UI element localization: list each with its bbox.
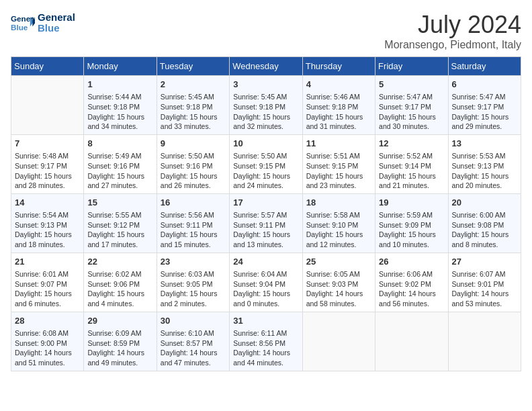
day-number: 8 — [87, 138, 152, 150]
day-number: 9 — [161, 138, 226, 150]
day-cell — [11, 76, 84, 135]
day-cell: 4Sunrise: 5:46 AMSunset: 9:18 PMDaylight… — [302, 76, 375, 135]
day-number: 14 — [15, 197, 80, 209]
day-info: Sunrise: 6:08 AMSunset: 9:00 PMDaylight:… — [15, 328, 80, 368]
day-info: Sunrise: 6:07 AMSunset: 9:01 PMDaylight:… — [452, 269, 517, 309]
day-info: Sunrise: 5:49 AMSunset: 9:16 PMDaylight:… — [87, 151, 152, 191]
logo-line2: Blue — [38, 23, 75, 34]
day-info: Sunrise: 6:11 AMSunset: 8:56 PMDaylight:… — [233, 328, 298, 368]
day-cell: 22Sunrise: 6:02 AMSunset: 9:06 PMDayligh… — [84, 253, 157, 312]
day-number: 1 — [87, 79, 152, 91]
day-info: Sunrise: 6:09 AMSunset: 8:59 PMDaylight:… — [87, 328, 152, 368]
day-number: 21 — [15, 256, 80, 268]
weekday-header-thursday: Thursday — [302, 57, 375, 76]
week-row-5: 28Sunrise: 6:08 AMSunset: 9:00 PMDayligh… — [11, 312, 521, 371]
location-title: Moransengo, Piedmont, Italy — [384, 39, 521, 51]
day-info: Sunrise: 5:59 AMSunset: 9:09 PMDaylight:… — [379, 210, 444, 250]
weekday-header-row: SundayMondayTuesdayWednesdayThursdayFrid… — [11, 57, 521, 76]
day-cell: 5Sunrise: 5:47 AMSunset: 9:17 PMDaylight… — [375, 76, 448, 135]
logo-icon: General Blue — [11, 11, 35, 35]
day-cell: 24Sunrise: 6:04 AMSunset: 9:04 PMDayligh… — [230, 253, 302, 312]
page-header: General Blue General Blue July 2024 Mora… — [11, 11, 521, 51]
day-number: 24 — [233, 256, 298, 268]
day-info: Sunrise: 6:02 AMSunset: 9:06 PMDaylight:… — [87, 269, 152, 309]
day-number: 30 — [161, 315, 226, 327]
weekday-header-tuesday: Tuesday — [157, 57, 229, 76]
day-cell: 30Sunrise: 6:10 AMSunset: 8:57 PMDayligh… — [157, 312, 229, 371]
day-number: 22 — [87, 256, 152, 268]
day-cell: 15Sunrise: 5:55 AMSunset: 9:12 PMDayligh… — [84, 193, 157, 253]
day-info: Sunrise: 5:53 AMSunset: 9:13 PMDaylight:… — [452, 151, 517, 191]
day-info: Sunrise: 5:48 AMSunset: 9:17 PMDaylight:… — [15, 151, 80, 191]
weekday-header-friday: Friday — [375, 57, 448, 76]
day-number: 15 — [87, 197, 152, 209]
day-info: Sunrise: 6:01 AMSunset: 9:07 PMDaylight:… — [15, 269, 80, 309]
day-info: Sunrise: 5:47 AMSunset: 9:17 PMDaylight:… — [452, 92, 517, 132]
weekday-header-sunday: Sunday — [11, 57, 84, 76]
day-cell: 28Sunrise: 6:08 AMSunset: 9:00 PMDayligh… — [11, 312, 84, 371]
day-cell: 19Sunrise: 5:59 AMSunset: 9:09 PMDayligh… — [375, 193, 448, 253]
day-number: 27 — [452, 256, 517, 268]
day-number: 25 — [306, 256, 371, 268]
day-cell: 20Sunrise: 6:00 AMSunset: 9:08 PMDayligh… — [448, 193, 521, 253]
day-number: 29 — [87, 315, 152, 327]
day-info: Sunrise: 6:04 AMSunset: 9:04 PMDaylight:… — [233, 269, 298, 309]
day-number: 20 — [452, 197, 517, 209]
week-row-3: 14Sunrise: 5:54 AMSunset: 9:13 PMDayligh… — [11, 193, 521, 253]
day-cell: 9Sunrise: 5:50 AMSunset: 9:16 PMDaylight… — [157, 134, 229, 193]
week-row-1: 1Sunrise: 5:44 AMSunset: 9:18 PMDaylight… — [11, 76, 521, 135]
day-number: 7 — [15, 138, 80, 150]
day-number: 13 — [452, 138, 517, 150]
day-cell: 6Sunrise: 5:47 AMSunset: 9:17 PMDaylight… — [448, 76, 521, 135]
day-cell: 16Sunrise: 5:56 AMSunset: 9:11 PMDayligh… — [157, 193, 229, 253]
day-info: Sunrise: 5:45 AMSunset: 9:18 PMDaylight:… — [161, 92, 226, 132]
day-number: 31 — [233, 315, 298, 327]
day-cell: 14Sunrise: 5:54 AMSunset: 9:13 PMDayligh… — [11, 193, 84, 253]
day-cell: 8Sunrise: 5:49 AMSunset: 9:16 PMDaylight… — [84, 134, 157, 193]
day-info: Sunrise: 6:05 AMSunset: 9:03 PMDaylight:… — [306, 269, 371, 309]
day-number: 2 — [161, 79, 226, 91]
day-info: Sunrise: 6:03 AMSunset: 9:05 PMDaylight:… — [161, 269, 226, 309]
day-info: Sunrise: 5:45 AMSunset: 9:18 PMDaylight:… — [233, 92, 298, 132]
day-cell: 11Sunrise: 5:51 AMSunset: 9:15 PMDayligh… — [302, 134, 375, 193]
day-number: 17 — [233, 197, 298, 209]
day-number: 6 — [452, 79, 517, 91]
day-cell: 25Sunrise: 6:05 AMSunset: 9:03 PMDayligh… — [302, 253, 375, 312]
day-cell: 21Sunrise: 6:01 AMSunset: 9:07 PMDayligh… — [11, 253, 84, 312]
day-info: Sunrise: 5:58 AMSunset: 9:10 PMDaylight:… — [306, 210, 371, 250]
day-number: 19 — [379, 197, 444, 209]
day-info: Sunrise: 5:54 AMSunset: 9:13 PMDaylight:… — [15, 210, 80, 250]
week-row-4: 21Sunrise: 6:01 AMSunset: 9:07 PMDayligh… — [11, 253, 521, 312]
day-info: Sunrise: 5:57 AMSunset: 9:11 PMDaylight:… — [233, 210, 298, 250]
title-block: July 2024 Moransengo, Piedmont, Italy — [384, 11, 521, 51]
day-info: Sunrise: 5:44 AMSunset: 9:18 PMDaylight:… — [87, 92, 152, 132]
day-cell: 23Sunrise: 6:03 AMSunset: 9:05 PMDayligh… — [157, 253, 229, 312]
calendar-table: SundayMondayTuesdayWednesdayThursdayFrid… — [11, 56, 521, 371]
day-info: Sunrise: 5:50 AMSunset: 9:15 PMDaylight:… — [233, 151, 298, 191]
week-row-2: 7Sunrise: 5:48 AMSunset: 9:17 PMDaylight… — [11, 134, 521, 193]
day-number: 16 — [161, 197, 226, 209]
day-cell: 1Sunrise: 5:44 AMSunset: 9:18 PMDaylight… — [84, 76, 157, 135]
day-cell: 12Sunrise: 5:52 AMSunset: 9:14 PMDayligh… — [375, 134, 448, 193]
day-number: 5 — [379, 79, 444, 91]
day-number: 3 — [233, 79, 298, 91]
day-cell — [448, 312, 521, 371]
day-cell: 3Sunrise: 5:45 AMSunset: 9:18 PMDaylight… — [230, 76, 302, 135]
day-info: Sunrise: 6:00 AMSunset: 9:08 PMDaylight:… — [452, 210, 517, 250]
logo-line1: General — [38, 12, 75, 24]
svg-text:Blue: Blue — [11, 23, 28, 32]
day-info: Sunrise: 5:56 AMSunset: 9:11 PMDaylight:… — [161, 210, 226, 250]
weekday-header-saturday: Saturday — [448, 57, 521, 76]
day-cell: 2Sunrise: 5:45 AMSunset: 9:18 PMDaylight… — [157, 76, 229, 135]
day-number: 12 — [379, 138, 444, 150]
day-number: 26 — [379, 256, 444, 268]
day-info: Sunrise: 5:46 AMSunset: 9:18 PMDaylight:… — [306, 92, 371, 132]
day-info: Sunrise: 6:10 AMSunset: 8:57 PMDaylight:… — [161, 328, 226, 368]
day-cell: 27Sunrise: 6:07 AMSunset: 9:01 PMDayligh… — [448, 253, 521, 312]
day-cell: 17Sunrise: 5:57 AMSunset: 9:11 PMDayligh… — [230, 193, 302, 253]
day-number: 11 — [306, 138, 371, 150]
day-cell: 29Sunrise: 6:09 AMSunset: 8:59 PMDayligh… — [84, 312, 157, 371]
logo: General Blue General Blue — [11, 11, 75, 35]
day-cell: 31Sunrise: 6:11 AMSunset: 8:56 PMDayligh… — [230, 312, 302, 371]
day-info: Sunrise: 6:06 AMSunset: 9:02 PMDaylight:… — [379, 269, 444, 309]
